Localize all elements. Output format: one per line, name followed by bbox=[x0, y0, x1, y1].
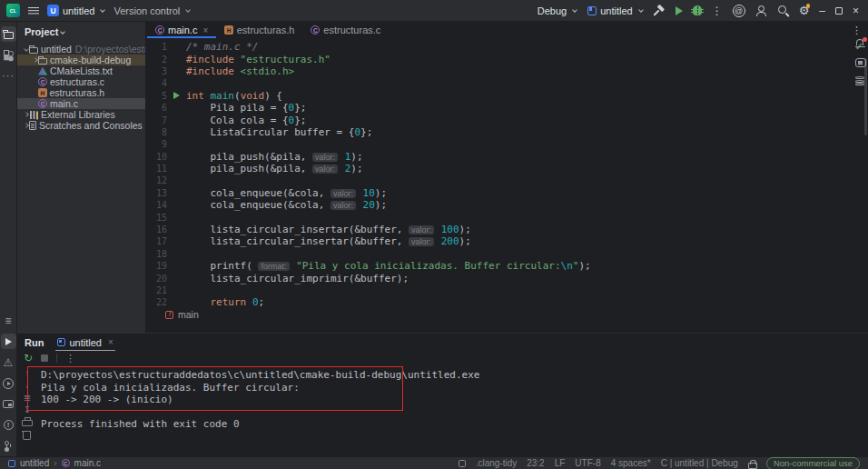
chevron-down-icon[interactable] bbox=[21, 47, 29, 52]
editor-tab-estructuras-h[interactable]: Hestructuras.h bbox=[216, 22, 302, 38]
token: \n bbox=[561, 260, 573, 272]
database-icon[interactable] bbox=[855, 76, 865, 86]
close-icon[interactable]: × bbox=[108, 337, 113, 347]
project-widget[interactable]: U untitled bbox=[47, 5, 105, 16]
main-menu-icon[interactable] bbox=[28, 6, 39, 15]
settings-gear-icon[interactable]: ⚙ bbox=[799, 5, 810, 16]
close-icon[interactable]: × bbox=[202, 25, 208, 35]
run-button-icon[interactable] bbox=[676, 6, 683, 15]
project-folder-button[interactable] bbox=[1, 26, 16, 42]
debug-button-icon[interactable] bbox=[693, 5, 702, 15]
chevron-down-icon bbox=[101, 7, 106, 13]
git-branch-button[interactable] bbox=[1, 438, 16, 454]
status-encoding[interactable]: UTF-8 bbox=[575, 458, 600, 468]
window-maximize-button[interactable] bbox=[835, 7, 843, 15]
code-line-6: 6 Pila pila = {0}; bbox=[147, 102, 868, 114]
line-number: 9 bbox=[147, 139, 167, 149]
ai-chat-icon[interactable] bbox=[855, 58, 866, 67]
code-editor[interactable]: 1/* main.c */2#include "estructuras.h"3#… bbox=[147, 38, 868, 308]
run-tab-untitled[interactable]: untitled × bbox=[55, 334, 114, 351]
token: ListaCircular buffer = { bbox=[186, 126, 354, 138]
editor-tab-estructuras-c[interactable]: Cestructuras.c bbox=[302, 22, 389, 38]
status-line-ending[interactable]: LF bbox=[555, 458, 566, 468]
token: Pila pila = { bbox=[186, 102, 289, 114]
c-file-icon: C bbox=[38, 77, 47, 86]
tree-item-cmake-build-debug[interactable]: cmake-build-debug bbox=[17, 55, 145, 65]
services-button[interactable] bbox=[1, 375, 16, 391]
status-indent[interactable]: 4 spaces* bbox=[611, 458, 651, 468]
print-icon[interactable] bbox=[22, 417, 33, 427]
more-vertical-icon[interactable]: ⋮ bbox=[712, 5, 723, 16]
status-linter[interactable]: .clang-tidy bbox=[476, 458, 518, 468]
run-toolwindow-button[interactable] bbox=[1, 334, 16, 349]
window-minimize-button[interactable]: – bbox=[819, 5, 825, 16]
terminal-button[interactable] bbox=[1, 396, 16, 412]
more-toolwindows-button[interactable]: ··· bbox=[1, 68, 16, 84]
status-project[interactable]: untitled bbox=[20, 458, 49, 468]
ai-assistant-icon[interactable]: @ bbox=[733, 5, 745, 17]
notifications-bell-icon[interactable] bbox=[855, 38, 866, 49]
run-gutter-icon[interactable] bbox=[167, 92, 186, 99]
window-close-button[interactable]: × bbox=[853, 5, 859, 16]
debug-config-select[interactable]: Debug bbox=[538, 5, 577, 16]
lock-icon[interactable] bbox=[748, 459, 756, 469]
token: 20 bbox=[363, 199, 375, 211]
tree-item-main-c[interactable]: Cmain.c bbox=[17, 98, 145, 109]
code-line-17: 17 lista_circular_insertar(&buffer, valo… bbox=[147, 235, 868, 247]
token: cola_enqueue(&cola, bbox=[186, 199, 330, 211]
code-text: cola_enqueue(&cola, valor: 20); bbox=[186, 199, 387, 211]
tree-item-untitled[interactable]: untitledD:\proyectos\estructuradded bbox=[17, 44, 145, 55]
app-icon bbox=[57, 338, 65, 346]
tree-item-external-libraries[interactable]: External Libraries bbox=[17, 109, 145, 120]
license-badge[interactable]: Non-commercial use bbox=[766, 457, 860, 469]
tree-item-estructuras-c[interactable]: Cestructuras.c bbox=[17, 76, 145, 87]
run-console-output[interactable]: D:\proyectos\estructuraddedatos\c\untitl… bbox=[37, 365, 479, 440]
c-file-icon: C bbox=[62, 459, 70, 467]
chevron-right-icon[interactable] bbox=[21, 124, 29, 128]
soft-wrap-icon[interactable]: ≣ bbox=[22, 393, 33, 403]
token: void bbox=[241, 90, 265, 102]
editor-tab-main-c[interactable]: Cmain.c× bbox=[147, 22, 216, 38]
chevron-right-icon[interactable] bbox=[30, 58, 38, 63]
line-number: 15 bbox=[147, 213, 167, 223]
build-output-button[interactable]: ≡ bbox=[1, 313, 16, 328]
more-vertical-icon[interactable]: ⋮ bbox=[65, 354, 75, 364]
token: ); bbox=[350, 151, 362, 163]
tree-item-cmakelists-txt[interactable]: CMakeLists.txt bbox=[17, 65, 145, 76]
editor-breadcrumb: f main bbox=[147, 308, 868, 321]
line-number: 19 bbox=[147, 261, 167, 271]
token: cola_enqueue(&cola, bbox=[186, 187, 330, 199]
problems-circle-button[interactable]: ! bbox=[1, 417, 16, 433]
tab-label: estructuras.h bbox=[237, 25, 295, 35]
status-run-context[interactable]: C | untitled | Debug bbox=[661, 458, 738, 468]
code-with-me-icon[interactable] bbox=[755, 5, 767, 16]
rerun-icon[interactable]: ↻ bbox=[24, 353, 33, 364]
function-icon: f bbox=[165, 311, 173, 319]
code-line-21: 21 bbox=[147, 284, 868, 296]
code-line-11: 11 pila_push(&pila, valor: 2); bbox=[147, 163, 868, 175]
vcs-widget[interactable]: Version control bbox=[113, 5, 191, 16]
code-line-18: 18 bbox=[147, 248, 868, 260]
status-caret-position[interactable]: 23:2 bbox=[527, 458, 544, 468]
scroll-down-icon[interactable]: ↓ bbox=[22, 381, 33, 391]
structure-button[interactable] bbox=[1, 47, 16, 63]
scroll-to-end-icon[interactable]: ↧ bbox=[22, 405, 33, 415]
scroll-up-icon[interactable]: ↑ bbox=[22, 368, 33, 378]
search-everywhere-icon[interactable] bbox=[777, 5, 789, 16]
project-panel-header[interactable]: Project bbox=[17, 22, 145, 42]
problems-warning-button[interactable]: ⚠ bbox=[1, 354, 16, 370]
chevron-down-icon bbox=[572, 7, 577, 13]
chevron-right-icon[interactable] bbox=[21, 113, 29, 117]
run-toolbar: ↻ ⋮ bbox=[17, 351, 868, 365]
tree-item-estructuras-h[interactable]: Hestructuras.h bbox=[17, 87, 145, 98]
project-folder-icon bbox=[4, 32, 14, 39]
run-config-select[interactable]: untitled bbox=[587, 5, 643, 16]
breadcrumb-item[interactable]: main bbox=[178, 309, 199, 320]
build-hammer-icon[interactable] bbox=[654, 5, 666, 16]
token: return bbox=[211, 296, 247, 308]
status-file[interactable]: main.c bbox=[74, 458, 101, 468]
tree-item-scratches-and-consoles[interactable]: Scratches and Consoles bbox=[17, 120, 145, 131]
stop-icon[interactable] bbox=[41, 354, 48, 362]
project-tree: untitledD:\proyectos\estructuraddedcmake… bbox=[17, 44, 145, 131]
clear-trash-icon[interactable] bbox=[22, 430, 33, 440]
